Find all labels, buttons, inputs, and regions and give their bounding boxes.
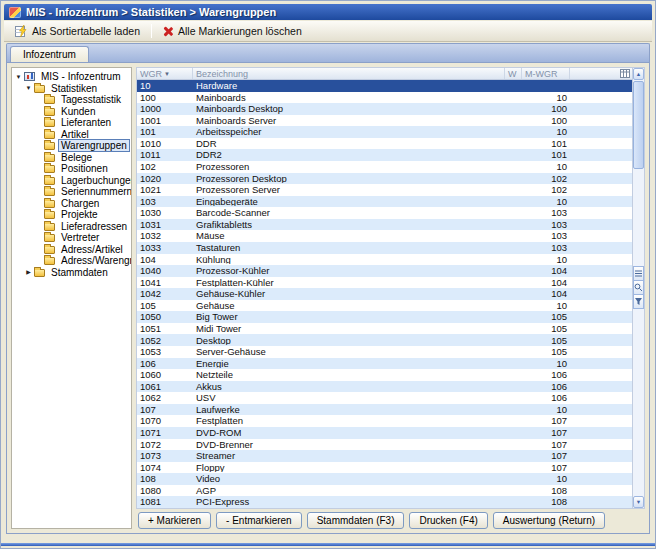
footer-button-drucken-f4[interactable]: Drucken (F4) xyxy=(409,512,487,529)
cell-bez: Eingabegeräte xyxy=(193,197,505,207)
table-row[interactable]: 1052Desktop105 xyxy=(137,334,632,346)
cell-wgr: 1072 xyxy=(137,440,193,450)
expand-icon[interactable]: ▶ xyxy=(24,269,33,275)
cell-wgr: 10 xyxy=(137,81,193,91)
scroll-down-icon[interactable]: ▼ xyxy=(633,496,644,508)
folder-icon xyxy=(44,119,55,127)
collapse-icon[interactable]: ▼ xyxy=(14,74,23,80)
cell-wgr: 1081 xyxy=(137,497,193,507)
footer-button-stammdaten-f3[interactable]: Stammdaten (F3) xyxy=(307,512,405,529)
cell-wgr: 1062 xyxy=(137,393,193,403)
table-row[interactable]: 108Video10 xyxy=(137,473,632,485)
column-chooser-icon[interactable] xyxy=(618,68,632,79)
footer-button-markieren[interactable]: + Markieren xyxy=(138,512,211,529)
table-row[interactable]: 1010DDR101 xyxy=(137,138,632,150)
table-row[interactable]: 107Laufwerke10 xyxy=(137,404,632,416)
cell-wgr: 1011 xyxy=(137,150,193,160)
table-row[interactable]: 1041Festplatten-Kühler104 xyxy=(137,277,632,289)
cell-mwgr: 105 xyxy=(522,336,570,346)
collapse-icon[interactable]: ▼ xyxy=(24,85,33,91)
table-row[interactable]: 1020Prozessoren Desktop102 xyxy=(137,173,632,185)
cell-mwgr: 103 xyxy=(522,243,570,253)
folder-icon xyxy=(44,246,55,254)
table-row[interactable]: 1021Prozessoren Server102 xyxy=(137,184,632,196)
cell-wgr: 108 xyxy=(137,474,193,484)
footer-button-auswertung-return[interactable]: Auswertung (Return) xyxy=(493,512,605,529)
cell-mwgr: 10 xyxy=(522,162,570,172)
table-row[interactable]: 1071DVD-ROM107 xyxy=(137,427,632,439)
window-bottom-border xyxy=(1,543,655,546)
table-row[interactable]: 1011DDR2101 xyxy=(137,149,632,161)
cell-bez: DVD-Brenner xyxy=(193,440,505,450)
load-sort-table-button[interactable]: Als Sortiertabelle laden xyxy=(8,22,147,40)
cell-mwgr: 10 xyxy=(522,301,570,311)
grid-menu-icon[interactable] xyxy=(633,266,644,281)
footer-button-entmarkieren[interactable]: - Entmarkieren xyxy=(216,512,302,529)
table-row[interactable]: 1031Grafiktabletts103 xyxy=(137,219,632,231)
clear-marks-label: Alle Markierungen löschen xyxy=(178,25,302,37)
table-row[interactable]: 106Energie10 xyxy=(137,358,632,370)
tree-item-stammdaten[interactable]: ▶Stammdaten xyxy=(12,267,131,279)
load-sort-table-label: Als Sortiertabelle laden xyxy=(32,25,140,37)
table-row[interactable]: 103Eingabegeräte10 xyxy=(137,196,632,208)
column-header-wgr[interactable]: WGR ▼ xyxy=(137,68,193,79)
cell-mwgr: 10 xyxy=(522,127,570,137)
column-header-w[interactable]: W xyxy=(505,68,522,79)
scrollbar[interactable]: ▲ ▼ xyxy=(632,67,645,509)
table-row[interactable]: 1050Big Tower105 xyxy=(137,311,632,323)
cell-wgr: 1030 xyxy=(137,208,193,218)
table-row[interactable]: 1060Netzteile106 xyxy=(137,369,632,381)
table-row[interactable]: 1074Floppy107 xyxy=(137,462,632,474)
column-header-mwgr[interactable]: M-WGR xyxy=(522,68,570,79)
table-row[interactable]: 1032Mäuse103 xyxy=(137,230,632,242)
cell-mwgr: 105 xyxy=(522,347,570,357)
folder-icon xyxy=(44,165,55,173)
cell-wgr: 1040 xyxy=(137,266,193,276)
table-row[interactable]: 1030Barcode-Scanner103 xyxy=(137,207,632,219)
column-header-bezeichnung[interactable]: Bezeichnung xyxy=(193,68,505,79)
table-row[interactable]: 1033Tastaturen103 xyxy=(137,242,632,254)
cell-mwgr: 106 xyxy=(522,382,570,392)
cell-bez: Hardware xyxy=(193,81,505,91)
clear-marks-button[interactable]: Alle Markierungen löschen xyxy=(156,22,309,40)
table-row[interactable]: 1070Festplatten107 xyxy=(137,415,632,427)
grid-search-icon[interactable] xyxy=(633,280,644,295)
tab-infozentrum[interactable]: Infozentrum xyxy=(10,46,89,62)
clear-marks-icon xyxy=(163,26,174,37)
table-row[interactable]: 1000Mainboards Desktop100 xyxy=(137,103,632,115)
toolbar: Als Sortiertabelle laden Alle Markierung… xyxy=(4,21,652,42)
cell-mwgr: 104 xyxy=(522,289,570,299)
table-row[interactable]: 1053Server-Gehäuse105 xyxy=(137,346,632,358)
scroll-up-icon[interactable]: ▲ xyxy=(633,68,644,80)
table-row[interactable]: 1042Gehäuse-Kühler104 xyxy=(137,288,632,300)
table-row[interactable]: 1040Prozessor-Kühler104 xyxy=(137,265,632,277)
table-row[interactable]: 1051Midi Tower105 xyxy=(137,323,632,335)
table-row[interactable]: 1081PCI-Express108 xyxy=(137,496,632,508)
grid-filter-icon[interactable] xyxy=(633,294,644,309)
table-row[interactable]: 101Arbeitsspeicher10 xyxy=(137,126,632,138)
scrollbar-tools xyxy=(633,266,644,308)
cell-bez: AGP xyxy=(193,486,505,496)
cell-mwgr: 100 xyxy=(522,116,570,126)
cell-bez: Midi Tower xyxy=(193,324,505,334)
table-row[interactable]: 102Prozessoren10 xyxy=(137,161,632,173)
folder-icon xyxy=(44,177,55,185)
table-row[interactable]: 104Kühlung10 xyxy=(137,254,632,266)
table-row[interactable]: 1062USV106 xyxy=(137,392,632,404)
cell-wgr: 103 xyxy=(137,197,193,207)
table-row[interactable]: 1001Mainboards Server100 xyxy=(137,115,632,127)
cell-mwgr: 103 xyxy=(522,231,570,241)
table-row[interactable]: 1080AGP108 xyxy=(137,485,632,497)
table-row[interactable]: 1072DVD-Brenner107 xyxy=(137,439,632,451)
tree-item-label: Stammdaten xyxy=(48,266,111,279)
cell-bez: Tastaturen xyxy=(193,243,505,253)
table-row[interactable]: 1073Streamer107 xyxy=(137,450,632,462)
table-row[interactable]: 105Gehäuse10 xyxy=(137,300,632,312)
scrollbar-thumb[interactable] xyxy=(633,81,644,169)
table-row[interactable]: 1061Akkus106 xyxy=(137,381,632,393)
cell-bez: Energie xyxy=(193,359,505,369)
cell-wgr: 102 xyxy=(137,162,193,172)
table-header: WGR ▼ Bezeichnung W M-WGR xyxy=(136,67,632,80)
table-row[interactable]: 100Mainboards10 xyxy=(137,92,632,104)
table-row[interactable]: 10Hardware xyxy=(137,80,632,92)
